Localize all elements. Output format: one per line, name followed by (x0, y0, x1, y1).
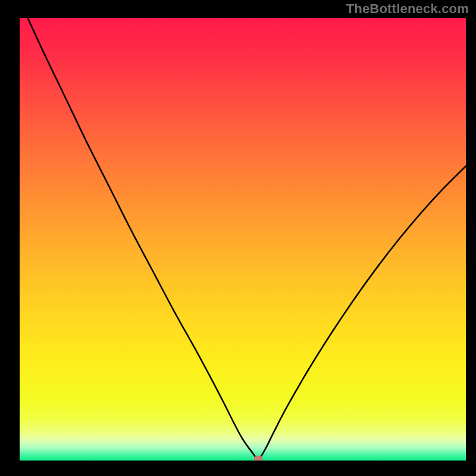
watermark-label: TheBottleneck.com (346, 1, 469, 17)
chart-container: TheBottleneck.com (0, 0, 476, 476)
bottleneck-curve (20, 18, 466, 461)
optimal-point-marker (254, 456, 263, 461)
plot-area (20, 18, 466, 461)
